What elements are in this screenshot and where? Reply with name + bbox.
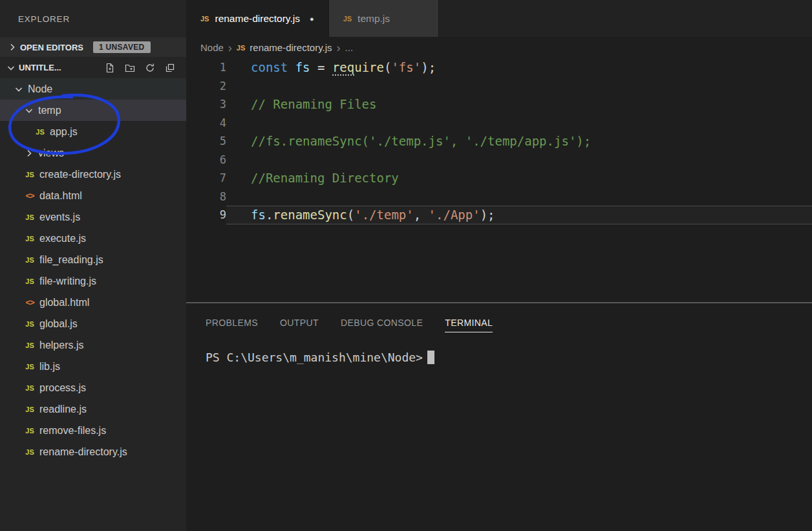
code-line-6[interactable]: 6 <box>186 151 812 169</box>
code-line-1[interactable]: 1const fs = require('fs'); <box>186 58 812 77</box>
tree-item-label: events.js <box>39 211 80 223</box>
breadcrumb-folder[interactable]: Node <box>200 42 224 53</box>
tree-file-remove-files-js[interactable]: JSremove-files.js <box>0 420 186 441</box>
tree-item-label: views <box>38 147 64 159</box>
tab-label: rename-directory.js <box>215 13 300 25</box>
tree-file-data-html[interactable]: <>data.html <box>0 185 186 206</box>
collapse-all-button[interactable] <box>163 61 177 75</box>
open-editors-label: OPEN EDITORS <box>20 43 83 52</box>
js-file-icon: JS <box>34 128 47 136</box>
breadcrumb-file[interactable]: rename-directory.js <box>250 42 332 53</box>
js-file-icon: JS <box>23 171 36 179</box>
chevron-right-icon <box>23 148 35 158</box>
code-line-content <box>226 151 812 169</box>
line-number: 7 <box>186 169 226 188</box>
tree-item-label: file_reading.js <box>39 254 103 266</box>
breadcrumb: Node › JS rename-directory.js › ... <box>186 37 812 58</box>
tree-file-readline-js[interactable]: JSreadline.js <box>0 398 186 420</box>
tree-folder-temp[interactable]: temp <box>0 100 186 121</box>
tree-file-global-js[interactable]: JSglobal.js <box>0 313 186 334</box>
chevron-down-icon <box>5 63 17 73</box>
tree-file-create-directory-js[interactable]: JScreate-directory.js <box>0 164 186 185</box>
code-line-7[interactable]: 7//Renaming Directory <box>186 169 812 188</box>
code-line-8[interactable]: 8 <box>186 188 812 206</box>
tree-file-process-js[interactable]: JSprocess.js <box>0 377 186 398</box>
code-line-content <box>226 77 812 96</box>
terminal-cursor-icon <box>427 351 434 364</box>
tree-file-file-writing-js[interactable]: JSfile-writing.js <box>0 270 186 292</box>
tree-folder-views[interactable]: views <box>0 142 186 164</box>
workspace-label: UNTITLE... <box>19 63 61 72</box>
tree-file-events-js[interactable]: JSevents.js <box>0 206 186 228</box>
tab-temp-js[interactable]: JS temp.js <box>329 0 439 37</box>
tree-item-label: create-directory.js <box>39 169 121 180</box>
js-file-icon: JS <box>23 448 36 456</box>
open-editors-section[interactable]: OPEN EDITORS 1 UNSAVED <box>0 38 186 57</box>
line-number: 8 <box>186 188 226 206</box>
tree-item-label: global.js <box>39 318 78 330</box>
explorer-title: EXPLORER <box>0 0 186 38</box>
js-file-icon: JS <box>23 406 36 413</box>
panel-tab-bar: PROBLEMS OUTPUT DEBUG CONSOLE TERMINAL <box>206 303 812 332</box>
panel-tab-problems[interactable]: PROBLEMS <box>206 318 258 332</box>
tree-file-rename-directory-js[interactable]: JSrename-directory.js <box>0 441 186 462</box>
code-line-content: const fs = require('fs'); <box>226 58 812 77</box>
workspace-toolbar <box>103 61 186 75</box>
tree-item-label: app.js <box>50 126 78 138</box>
workspace-section[interactable]: UNTITLE... <box>0 57 186 78</box>
tree-file-execute-js[interactable]: JSexecute.js <box>0 228 186 249</box>
tree-item-label: temp <box>38 105 61 116</box>
code-line-9[interactable]: 9fs.renameSync('./temp', './App'); <box>186 206 812 224</box>
tree-folder-node[interactable]: Node <box>0 78 186 100</box>
js-file-icon: JS <box>23 235 36 243</box>
tree-file-lib-js[interactable]: JSlib.js <box>0 356 186 377</box>
js-file-icon: JS <box>237 44 245 52</box>
refresh-button[interactable] <box>143 61 157 75</box>
breadcrumb-more[interactable]: ... <box>345 42 354 53</box>
chevron-right-icon: › <box>228 42 232 54</box>
tree-file-helpers-js[interactable]: JShelpers.js <box>0 334 186 356</box>
code-line-content <box>226 188 812 206</box>
js-file-icon: JS <box>200 15 209 23</box>
js-file-icon: JS <box>23 320 36 328</box>
code-editor[interactable]: 1const fs = require('fs');23// Renaming … <box>186 58 812 302</box>
tree-item-label: rename-directory.js <box>39 446 127 458</box>
panel-tab-debug-console[interactable]: DEBUG CONSOLE <box>341 318 423 332</box>
js-file-icon: JS <box>23 341 36 349</box>
tree-file-app-js[interactable]: JSapp.js <box>0 121 186 142</box>
tree-item-label: data.html <box>39 190 82 202</box>
tab-bar: JS rename-directory.js ● JS temp.js <box>186 0 812 37</box>
chevron-down-icon <box>13 84 25 94</box>
line-number: 6 <box>186 151 226 169</box>
new-file-button[interactable] <box>103 61 117 75</box>
code-line-content: fs.renameSync('./temp', './App'); <box>226 206 812 224</box>
tree-item-label: readline.js <box>39 404 87 415</box>
tree-item-label: lib.js <box>39 361 60 373</box>
line-number: 3 <box>186 95 226 114</box>
code-line-3[interactable]: 3// Renaming Files <box>186 95 812 114</box>
line-number: 5 <box>186 132 226 151</box>
panel-tab-terminal[interactable]: TERMINAL <box>445 318 493 332</box>
js-file-icon: JS <box>23 363 36 371</box>
code-line-4[interactable]: 4 <box>186 114 812 133</box>
tree-file-file-reading-js[interactable]: JSfile_reading.js <box>0 249 186 270</box>
unsaved-badge: 1 UNSAVED <box>93 41 151 53</box>
tree-file-global-html[interactable]: <>global.html <box>0 292 186 313</box>
code-line-content <box>226 114 812 133</box>
tab-label: temp.js <box>358 13 390 25</box>
html-file-icon: <> <box>23 191 36 200</box>
new-folder-button[interactable] <box>123 61 137 75</box>
chevron-right-icon: › <box>337 42 341 54</box>
tab-rename-directory-js[interactable]: JS rename-directory.js ● <box>186 0 329 37</box>
terminal[interactable]: PS C:\Users\m_manish\mine\Node> <box>206 351 812 364</box>
tree-item-label: Node <box>28 83 52 95</box>
tree-item-label: execute.js <box>39 233 86 244</box>
panel-tab-output[interactable]: OUTPUT <box>280 318 319 332</box>
editor-region: JS rename-directory.js ● JS temp.js Node… <box>186 0 812 531</box>
explorer-sidebar: EXPLORER OPEN EDITORS 1 UNSAVED UNTITLE.… <box>0 0 186 531</box>
terminal-prompt: PS C:\Users\m_manish\mine\Node> <box>206 351 423 364</box>
line-number: 9 <box>186 206 226 224</box>
code-line-2[interactable]: 2 <box>186 77 812 96</box>
chevron-right-icon <box>6 42 18 52</box>
code-line-5[interactable]: 5//fs.renameSync('./temp.js', './temp/ap… <box>186 132 812 151</box>
